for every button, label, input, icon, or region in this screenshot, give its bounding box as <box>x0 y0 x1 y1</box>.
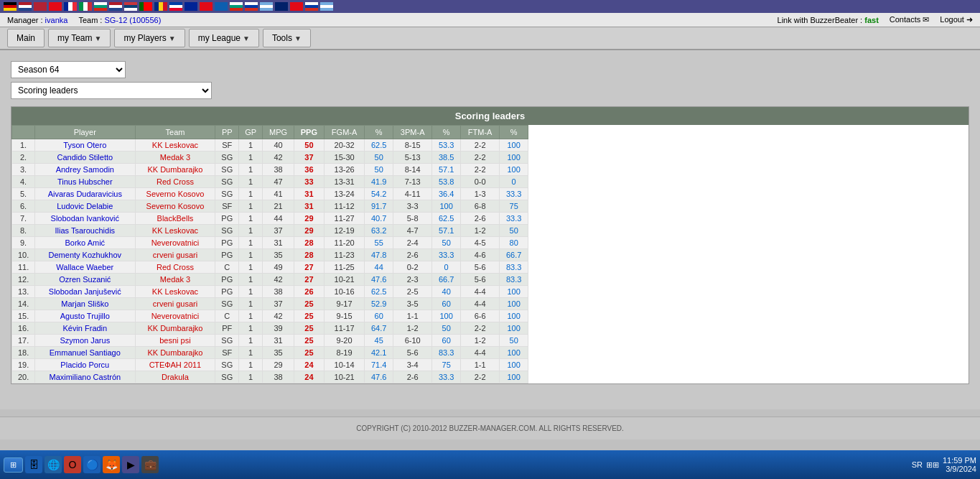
player-name-cell[interactable]: Tyson Otero <box>35 139 135 152</box>
ftma-cell: 2-2 <box>460 164 499 176</box>
team-link[interactable]: SG-12 (100556) <box>104 16 161 24</box>
tools-arrow: ▼ <box>294 34 302 42</box>
flag-rs[interactable] <box>124 2 137 11</box>
flag-ar2[interactable] <box>320 2 333 11</box>
team-name-cell[interactable]: BlackBells <box>135 213 215 225</box>
fgpct-cell: 50 <box>365 164 393 176</box>
team-name-cell[interactable]: KK Leskovac <box>135 139 215 152</box>
player-name-cell[interactable]: Agusto Trujillo <box>35 310 135 322</box>
table-row: 14. Marjan Sliško crveni gusari SG 1 37 … <box>12 298 528 310</box>
taskbar-icon-chrome[interactable]: 🔵 <box>83 456 101 473</box>
main-content: Season 64Season 63Season 62 Scoring lead… <box>0 50 980 409</box>
nav-my-players[interactable]: my Players ▼ <box>114 29 185 47</box>
flag-ru2[interactable] <box>305 2 318 11</box>
team-name-cell[interactable]: KK Dumbarajko <box>135 347 215 359</box>
player-name-cell[interactable]: Szymon Jarus <box>35 335 135 347</box>
flag-tr3[interactable] <box>290 2 303 11</box>
player-name-cell[interactable]: Tinus Hubscher <box>35 176 135 188</box>
fgpct-cell: 54.2 <box>365 188 393 200</box>
player-name-cell[interactable]: Slobodan Ivanković <box>35 213 135 225</box>
player-name-cell[interactable]: Candido Stiletto <box>35 152 135 164</box>
team-name-cell[interactable]: KK Leskovac <box>135 286 215 298</box>
player-name-cell[interactable]: Andrey Samodin <box>35 164 135 176</box>
team-name-cell[interactable]: Severno Kosovo <box>135 200 215 213</box>
taskbar: ⊞ 🗄 🌐 O 🔵 🦊 ▶ 💼 SR ⊞⊞ 11:59 PM 3/9/2024 <box>0 450 980 479</box>
player-name-cell[interactable]: Slobodan Janjušević <box>35 286 135 298</box>
player-name-cell[interactable]: Placido Porcu <box>35 359 135 371</box>
report-select[interactable]: Scoring leadersRebounds leadersAssists l… <box>11 82 212 99</box>
pp-cell: SG <box>215 359 239 371</box>
taskbar-icon-2[interactable]: 🌐 <box>45 456 62 473</box>
team-name-cell[interactable]: Neverovatnici <box>135 237 215 249</box>
flag-nl2[interactable] <box>109 2 122 11</box>
taskbar-icon-firefox[interactable]: 🦊 <box>103 456 120 473</box>
flag-ba[interactable] <box>185 2 197 11</box>
player-name-cell[interactable]: Wallace Waeber <box>35 261 135 274</box>
flag-gb[interactable] <box>275 2 288 11</box>
team-name-cell[interactable]: Neverovatnici <box>135 310 215 322</box>
link-speed[interactable]: fast <box>864 16 879 24</box>
player-name-cell[interactable]: Aivaras Dudaravicius <box>35 188 135 200</box>
ppg-cell: 36 <box>294 164 325 176</box>
player-name-cell[interactable]: Borko Amić <box>35 237 135 249</box>
nav-my-team[interactable]: my Team ▼ <box>48 29 111 47</box>
nav-tools[interactable]: Tools ▼ <box>263 29 311 47</box>
player-name-cell[interactable]: Dementy Kozhukhov <box>35 249 135 261</box>
flag-nl[interactable] <box>19 2 32 11</box>
flag-us[interactable] <box>34 2 47 11</box>
contacts-link[interactable]: Contacts ✉ <box>890 15 929 24</box>
team-name-cell[interactable]: besni psi <box>135 335 215 347</box>
flag-tr2[interactable] <box>200 2 213 11</box>
flag-ro[interactable] <box>154 2 167 11</box>
team-name-cell[interactable]: Severno Kosovo <box>135 188 215 200</box>
team-name-cell[interactable]: KK Dumbarajko <box>135 322 215 335</box>
flag-de[interactable] <box>4 2 17 11</box>
manager-name-link[interactable]: ivanka <box>45 16 68 24</box>
header-ppg: PPG <box>294 126 325 139</box>
player-name-cell[interactable]: Kévin Fradin <box>35 322 135 335</box>
logout-link[interactable]: Logout ➜ <box>940 15 973 24</box>
team-name-cell[interactable]: KK Dumbarajko <box>135 164 215 176</box>
nav-my-league[interactable]: my League ▼ <box>189 29 259 47</box>
team-name-cell[interactable]: Red Cross <box>135 261 215 274</box>
table-title: Scoring leaders <box>11 107 969 125</box>
taskbar-icon-opera[interactable]: O <box>64 456 81 473</box>
player-name-cell[interactable]: Ilias Tsarouchidis <box>35 225 135 237</box>
player-name-cell[interactable]: Marjan Sliško <box>35 298 135 310</box>
flag-tr1[interactable] <box>49 2 62 11</box>
taskbar-icon-1[interactable]: 🗄 <box>25 456 42 473</box>
player-name-cell[interactable]: Maximiliano Castrón <box>35 371 135 383</box>
ftpct-cell: 100 <box>500 359 528 371</box>
player-name-cell[interactable]: Emmanuel Santiago <box>35 347 135 359</box>
taskbar-icon-5[interactable]: ▶ <box>122 456 139 473</box>
flag-it[interactable] <box>79 2 92 11</box>
taskbar-icon-6[interactable]: 💼 <box>141 456 159 473</box>
table-row: 3. Andrey Samodin KK Dumbarajko SG 1 38 … <box>12 164 528 176</box>
flag-si[interactable] <box>169 2 182 11</box>
ftma-cell: 0-0 <box>460 176 499 188</box>
flag-gr[interactable] <box>215 2 228 11</box>
team-name-cell[interactable]: KK Leskovac <box>135 225 215 237</box>
player-name-cell[interactable]: Ozren Suzanić <box>35 274 135 286</box>
flag-ru1[interactable] <box>245 2 258 11</box>
flag-bg1[interactable] <box>94 2 107 11</box>
start-button[interactable]: ⊞ <box>4 457 23 473</box>
flag-ar1[interactable] <box>260 2 273 11</box>
team-name-cell[interactable]: Drakula <box>135 371 215 383</box>
gp-cell: 1 <box>239 176 263 188</box>
team-name-cell[interactable]: Red Cross <box>135 176 215 188</box>
season-select[interactable]: Season 64Season 63Season 62 <box>11 61 126 78</box>
flag-fr[interactable] <box>64 2 77 11</box>
player-name-cell[interactable]: Ludovic Delabie <box>35 200 135 213</box>
nav-main[interactable]: Main <box>7 29 45 47</box>
team-name-cell[interactable]: Medak 3 <box>135 274 215 286</box>
ftpct-cell: 50 <box>500 225 528 237</box>
team-name-cell[interactable]: crveni gusari <box>135 298 215 310</box>
flag-pt[interactable] <box>139 2 152 11</box>
mpg-cell: 38 <box>263 286 294 298</box>
mpg-cell: 49 <box>263 261 294 274</box>
flag-bg2[interactable] <box>230 2 243 11</box>
team-name-cell[interactable]: crveni gusari <box>135 249 215 261</box>
team-name-cell[interactable]: Medak 3 <box>135 152 215 164</box>
team-name-cell[interactable]: СТЕФАН 2011 <box>135 359 215 371</box>
